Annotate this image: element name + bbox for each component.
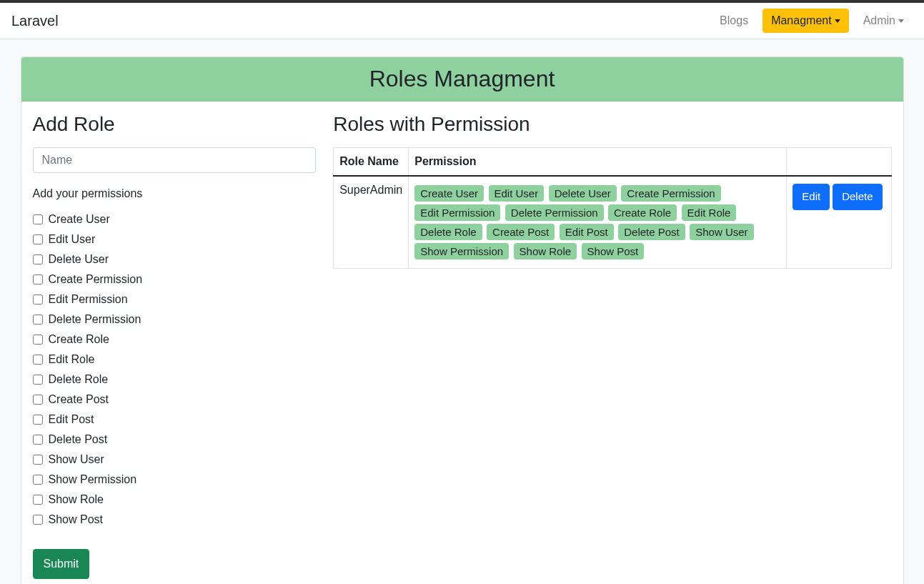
add-role-column: Add Role Add your permissions Create Use… (33, 113, 317, 579)
permission-badge: Delete Permission (505, 204, 604, 221)
submit-button[interactable]: Submit (33, 549, 90, 579)
caret-down-icon (898, 19, 904, 23)
permission-label[interactable]: Create User (49, 213, 110, 226)
permission-label[interactable]: Edit Post (49, 413, 94, 426)
nav-management-label: Managment (771, 14, 832, 27)
permission-label[interactable]: Edit Role (49, 353, 95, 366)
permission-checkbox[interactable] (33, 234, 43, 244)
permission-label[interactable]: Create Post (49, 393, 109, 406)
permission-label[interactable]: Edit User (49, 233, 96, 246)
permission-badge: Delete Post (618, 224, 685, 240)
permission-label[interactable]: Show Role (49, 493, 104, 506)
permission-badge: Show User (690, 224, 753, 240)
permission-checkbox[interactable] (33, 315, 43, 325)
permission-checkbox-row: Create Permission (33, 272, 317, 287)
permission-checkbox[interactable] (33, 335, 43, 345)
brand[interactable]: Laravel (11, 13, 59, 29)
permission-badge: Show Permission (414, 243, 509, 259)
permission-badge: Edit Post (560, 224, 614, 240)
permission-badge: Create Post (487, 224, 555, 240)
permission-badge: Delete User (549, 185, 617, 202)
permission-checkbox[interactable] (33, 455, 43, 465)
permission-checkbox[interactable] (33, 254, 43, 264)
nav-blogs[interactable]: Blogs (711, 9, 757, 33)
permission-label[interactable]: Create Permission (49, 273, 143, 286)
permission-checkbox-row: Edit Post (33, 412, 317, 427)
permission-label[interactable]: Show Permission (49, 473, 137, 486)
permission-checkbox[interactable] (33, 214, 43, 224)
role-name-cell: SuperAdmin (334, 176, 409, 269)
page-title: Roles Managment (33, 66, 892, 92)
permission-label[interactable]: Create Role (49, 333, 109, 346)
permissions-list: Create UserEdit UserDelete UserCreate Pe… (33, 212, 317, 528)
permission-badge: Edit User (489, 185, 545, 202)
nav-management-dropdown[interactable]: Managment (762, 9, 849, 33)
role-permissions-cell: Create User Edit User Delete User Create… (409, 176, 787, 269)
permission-label[interactable]: Edit Permission (49, 293, 128, 306)
permission-badge: Edit Role (682, 204, 737, 221)
permission-badge: Create Role (608, 204, 677, 221)
permission-checkbox[interactable] (33, 395, 43, 405)
permission-badge: Create User (414, 185, 484, 202)
navbar-nav: Blogs Managment Admin (711, 9, 913, 33)
permission-checkbox[interactable] (33, 355, 43, 365)
permission-checkbox-row: Create Post (33, 392, 317, 407)
permission-label[interactable]: Delete Post (49, 433, 108, 446)
permission-badge: Show Post (582, 243, 645, 259)
main-container: Roles Managment Add Role Add your permis… (12, 56, 913, 584)
permission-checkbox-row: Show User (33, 452, 317, 467)
roles-list-column: Roles with Permission Role Name Permissi… (333, 113, 891, 579)
navbar: Laravel Blogs Managment Admin (0, 3, 924, 39)
permission-label[interactable]: Show User (49, 453, 104, 466)
permission-checkbox[interactable] (33, 295, 43, 305)
add-role-title: Add Role (33, 113, 317, 136)
permission-checkbox[interactable] (33, 274, 43, 284)
permission-checkbox-row: Create User (33, 212, 317, 227)
permission-checkbox-row: Edit Permission (33, 292, 317, 307)
permission-checkbox-row: Show Permission (33, 472, 317, 488)
role-actions-cell: EditDelete (787, 176, 891, 269)
permission-checkbox[interactable] (33, 435, 43, 445)
permission-checkbox[interactable] (33, 375, 43, 385)
card-header: Roles Managment (21, 57, 903, 102)
col-actions (787, 148, 891, 177)
permission-checkbox-row: Delete Permission (33, 312, 317, 327)
roles-list-title: Roles with Permission (333, 113, 891, 136)
edit-button[interactable]: Edit (793, 184, 830, 210)
caret-down-icon (835, 19, 840, 23)
roles-table: Role Name Permission SuperAdminCreate Us… (333, 147, 891, 269)
permissions-label: Add your permissions (33, 187, 317, 200)
nav-admin-dropdown[interactable]: Admin (855, 9, 913, 33)
col-role-name: Role Name (334, 148, 409, 177)
permission-checkbox-row: Show Post (33, 512, 317, 528)
permission-checkbox[interactable] (33, 475, 43, 485)
roles-card: Roles Managment Add Role Add your permis… (21, 56, 904, 584)
permission-checkbox[interactable] (33, 515, 43, 525)
permission-badge: Show Role (514, 243, 577, 259)
permission-badge: Create Permission (621, 185, 720, 202)
delete-button[interactable]: Delete (833, 184, 882, 210)
col-permission: Permission (409, 148, 787, 177)
permission-checkbox-row: Edit Role (33, 352, 317, 367)
permission-label[interactable]: Show Post (49, 513, 103, 526)
card-body: Add Role Add your permissions Create Use… (21, 102, 903, 584)
permission-checkbox[interactable] (33, 495, 43, 505)
role-name-input[interactable] (33, 147, 317, 173)
permission-checkbox-row: Delete User (33, 252, 317, 267)
permission-checkbox[interactable] (33, 415, 43, 425)
permission-label[interactable]: Delete Role (49, 373, 109, 386)
nav-admin-label: Admin (863, 14, 895, 27)
table-row: SuperAdminCreate User Edit User Delete U… (334, 176, 891, 269)
permission-checkbox-row: Delete Post (33, 432, 317, 447)
permission-badge: Edit Permission (414, 204, 500, 221)
permission-label[interactable]: Delete Permission (49, 313, 141, 326)
permission-badge: Delete Role (414, 224, 482, 240)
permission-checkbox-row: Delete Role (33, 372, 317, 387)
permission-label[interactable]: Delete User (49, 253, 109, 266)
permission-checkbox-row: Show Role (33, 492, 317, 508)
permission-checkbox-row: Edit User (33, 232, 317, 247)
permission-checkbox-row: Create Role (33, 332, 317, 347)
